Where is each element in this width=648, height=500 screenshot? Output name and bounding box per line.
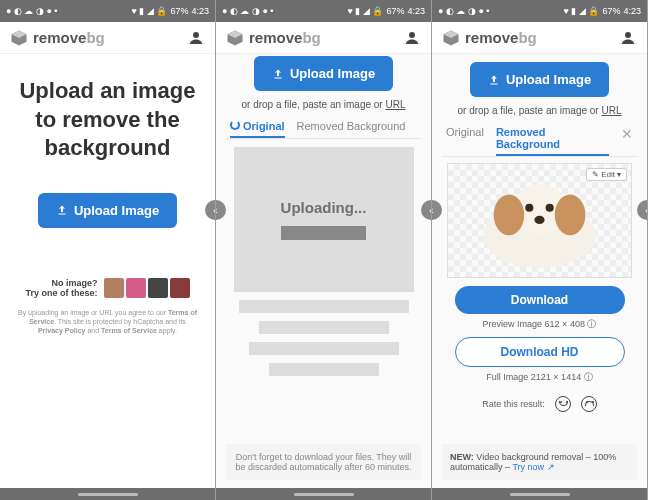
download-hd-button[interactable]: Download HD: [455, 337, 625, 367]
user-icon[interactable]: [619, 29, 637, 47]
status-bar: ● ◐ ☁ ◑ ● • ♥ ▮ ◢ 🔒67% 4:23: [216, 0, 431, 22]
tab-removed[interactable]: Removed Background: [297, 120, 406, 138]
app-header: removebg: [0, 22, 215, 54]
logo-icon: [442, 29, 460, 47]
screen-uploading: ● ◐ ☁ ◑ ● • ♥ ▮ ◢ 🔒67% 4:23 removebg Upl…: [216, 0, 432, 500]
logo-icon: [10, 29, 28, 47]
upload-icon: [272, 68, 284, 80]
thumbs-down-icon[interactable]: [581, 396, 597, 412]
full-size: Full Image 2121 × 1414 ⓘ: [486, 371, 592, 384]
screen-landing: ● ◐ ☁ ◑ ● • ♥ ▮ ◢ 🔒67% 4:23 removebg Upl…: [0, 0, 216, 500]
promo-banner: NEW: Video background removal – 100% aut…: [442, 444, 637, 480]
try-now-link[interactable]: Try now ↗: [512, 462, 554, 472]
url-link[interactable]: URL: [385, 99, 405, 110]
upload-button[interactable]: Upload Image: [254, 56, 393, 91]
svg-point-11: [547, 243, 573, 261]
url-link[interactable]: URL: [601, 105, 621, 116]
progress-bar: [281, 226, 366, 240]
skeleton: [259, 321, 389, 334]
svg-point-9: [534, 216, 544, 224]
upload-icon: [56, 204, 68, 216]
svg-point-1: [409, 32, 415, 38]
logo[interactable]: removebg: [442, 29, 537, 47]
preview-size: Preview Image 612 × 408 ⓘ: [483, 318, 597, 331]
drop-hint: or drop a file, paste an image or URL: [458, 105, 622, 116]
uploading-placeholder: Uploading...: [234, 147, 414, 292]
logo-icon: [226, 29, 244, 47]
app-header: removebg: [432, 22, 647, 54]
tab-removed[interactable]: Removed Background: [496, 126, 609, 156]
rate-row: Rate this result:: [482, 396, 597, 412]
hero-title: Upload an image to remove the background: [10, 77, 205, 163]
svg-point-10: [506, 243, 532, 261]
user-icon[interactable]: [187, 29, 205, 47]
close-icon[interactable]: ✕: [621, 126, 633, 156]
tab-original[interactable]: Original: [230, 120, 285, 138]
svg-point-2: [625, 32, 631, 38]
spinner-icon: [230, 120, 240, 130]
nav-bar: [432, 488, 647, 500]
sample-thumb[interactable]: [104, 278, 124, 298]
tab-original[interactable]: Original: [446, 126, 484, 156]
dog-image: [458, 169, 621, 271]
download-button[interactable]: Download: [455, 286, 625, 314]
status-bar: ● ◐ ☁ ◑ ● • ♥ ▮ ◢ 🔒67% 4:23: [0, 0, 215, 22]
logo[interactable]: removebg: [10, 29, 105, 47]
sample-thumb[interactable]: [170, 278, 190, 298]
drop-hint: or drop a file, paste an image or URL: [242, 99, 406, 110]
svg-point-0: [193, 32, 199, 38]
skeleton: [239, 300, 409, 313]
skeleton: [249, 342, 399, 355]
tabs: Original Removed Background: [226, 116, 421, 139]
edit-button[interactable]: ✎ Edit ▾: [586, 168, 627, 181]
screen-result: ● ◐ ☁ ◑ ● • ♥ ▮ ◢ 🔒67% 4:23 removebg Upl…: [432, 0, 648, 500]
upload-icon: [488, 74, 500, 86]
skeleton: [269, 363, 379, 376]
upload-button[interactable]: Upload Image: [470, 62, 609, 97]
logo[interactable]: removebg: [226, 29, 321, 47]
result-image: ✎ Edit ▾: [447, 163, 632, 278]
nav-bar: [216, 488, 431, 500]
terms-text: By uploading an image or URL you agree t…: [10, 308, 205, 335]
upload-button[interactable]: Upload Image: [38, 193, 177, 228]
sample-images: No image?Try one of these:: [25, 278, 189, 298]
svg-point-7: [525, 204, 533, 212]
sample-thumb[interactable]: [148, 278, 168, 298]
discard-notice: Don't forget to download your files. The…: [226, 444, 421, 480]
thumbs-up-icon[interactable]: [555, 396, 571, 412]
app-header: removebg: [216, 22, 431, 54]
status-bar: ● ◐ ☁ ◑ ● • ♥ ▮ ◢ 🔒67% 4:23: [432, 0, 647, 22]
tabs: Original Removed Background ✕: [442, 122, 637, 157]
sample-thumb[interactable]: [126, 278, 146, 298]
svg-point-5: [494, 194, 525, 235]
svg-point-8: [546, 204, 554, 212]
user-icon[interactable]: [403, 29, 421, 47]
nav-bar: [0, 488, 215, 500]
svg-point-6: [555, 194, 586, 235]
